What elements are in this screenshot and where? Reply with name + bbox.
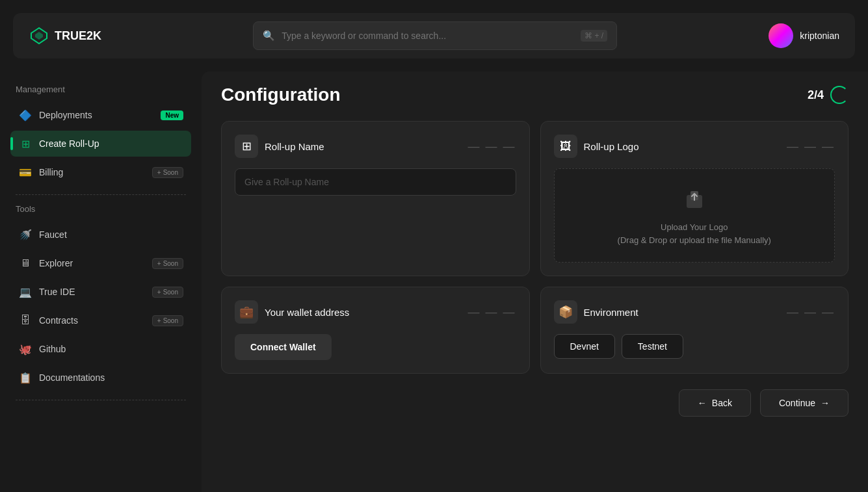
sidebar-item-faucet[interactable]: 🚿 Faucet	[10, 222, 191, 248]
management-section-label: Management	[10, 84, 191, 94]
search-icon: 🔍	[263, 30, 275, 42]
page-title: Configuration	[221, 84, 341, 105]
rollup-name-card-icon: ⊞	[235, 135, 258, 158]
logo-text: TRUE2K	[55, 29, 101, 43]
wallet-card-menu[interactable]: — — —	[467, 305, 516, 319]
upload-sub-text: (Drag & Drop or upload the file Manually…	[618, 234, 771, 247]
faucet-icon: 🚿	[18, 227, 33, 242]
step-circle	[830, 86, 848, 104]
logo: TRUE2K	[29, 25, 101, 46]
card-title-row-wallet: 💼 Your wallet address	[235, 300, 349, 324]
sidebar-label-true-ide: True IDE	[39, 287, 146, 297]
badge-soon-explorer: Soon	[152, 258, 183, 269]
sidebar-label-create-rollup: Create Roll-Up	[39, 138, 183, 149]
sidebar-label-documentations: Documentations	[39, 372, 183, 383]
sidebar-divider-2	[16, 400, 186, 400]
sidebar-item-billing[interactable]: 💳 Billing Soon	[10, 159, 191, 185]
sidebar-label-github: Github	[39, 344, 183, 354]
bottom-actions: ← Back Continue →	[221, 389, 848, 417]
logo-icon	[29, 25, 49, 46]
card-header-rollup-name: ⊞ Roll-up Name — — —	[235, 135, 516, 158]
rollup-logo-card-title: Roll-up Logo	[584, 141, 639, 152]
sidebar-label-contracts: Contracts	[39, 315, 146, 326]
step-text: 2/4	[808, 88, 824, 102]
environment-card-menu[interactable]: — — —	[787, 305, 835, 319]
user-info: kriptonian	[769, 23, 839, 48]
search-shortcut: ⌘ + /	[581, 30, 607, 42]
contracts-icon: 🗄	[18, 313, 33, 328]
sidebar: Management 🔷 Deployments New ⊞ Create Ro…	[0, 71, 202, 492]
continue-arrow-icon: →	[821, 398, 830, 408]
wallet-card-title: Your wallet address	[265, 307, 349, 318]
tools-section-label: Tools	[10, 204, 191, 214]
back-label: Back	[712, 398, 732, 408]
active-indicator	[10, 137, 13, 150]
sidebar-divider-1	[16, 194, 186, 195]
rollup-name-card-menu[interactable]: — — —	[467, 140, 516, 153]
search-bar[interactable]: 🔍 ⌘ + /	[253, 21, 617, 50]
environment-buttons: Devnet Testnet	[554, 334, 835, 359]
sidebar-item-create-rollup[interactable]: ⊞ Create Roll-Up	[10, 131, 191, 157]
search-input[interactable]	[282, 31, 574, 41]
sidebar-label-deployments: Deployments	[39, 110, 154, 120]
sidebar-item-deployments[interactable]: 🔷 Deployments New	[10, 102, 191, 128]
username: kriptonian	[800, 31, 839, 41]
sidebar-label-explorer: Explorer	[39, 258, 146, 268]
badge-soon-true-ide: Soon	[152, 287, 183, 298]
upload-area[interactable]: Upload Your Logo (Drag & Drop or upload …	[554, 168, 835, 263]
connect-wallet-button[interactable]: Connect Wallet	[235, 334, 332, 360]
upload-text: Upload Your Logo (Drag & Drop or upload …	[618, 221, 771, 246]
card-title-row-rollup-name: ⊞ Roll-up Name	[235, 135, 324, 158]
card-rollup-logo: 🖼 Roll-up Logo — — — Upload Your	[540, 121, 849, 276]
cards-grid: ⊞ Roll-up Name — — — 🖼 Roll-up Logo — — …	[221, 121, 848, 374]
card-environment: 📦 Environment — — — Devnet Testnet	[540, 287, 849, 374]
sidebar-item-true-ide[interactable]: 💻 True IDE Soon	[10, 279, 191, 305]
testnet-button[interactable]: Testnet	[622, 334, 683, 359]
docs-icon: 📋	[18, 370, 33, 385]
true-ide-icon: 💻	[18, 285, 33, 299]
sidebar-label-billing: Billing	[39, 167, 146, 177]
badge-new: New	[161, 110, 183, 120]
card-rollup-name: ⊞ Roll-up Name — — —	[221, 121, 530, 276]
sidebar-label-faucet: Faucet	[39, 229, 183, 240]
svg-marker-1	[35, 32, 43, 40]
card-wallet-address: 💼 Your wallet address — — — Connect Wall…	[221, 287, 530, 374]
environment-card-icon: 📦	[554, 300, 577, 324]
card-header-wallet: 💼 Your wallet address — — —	[235, 300, 516, 324]
upload-icon	[679, 185, 710, 216]
github-icon: 🐙	[18, 342, 33, 356]
sidebar-item-documentations[interactable]: 📋 Documentations	[10, 365, 191, 391]
badge-soon-billing: Soon	[152, 167, 183, 178]
back-button[interactable]: ← Back	[679, 389, 751, 417]
step-indicator: 2/4	[808, 86, 848, 104]
sidebar-item-contracts[interactable]: 🗄 Contracts Soon	[10, 307, 191, 333]
rollup-name-input[interactable]	[235, 168, 516, 196]
badge-soon-contracts: Soon	[152, 315, 183, 326]
card-title-row-environment: 📦 Environment	[554, 300, 638, 324]
header: TRUE2K 🔍 ⌘ + / kriptonian	[13, 13, 855, 58]
continue-label: Continue	[779, 398, 815, 408]
upload-main-text: Upload Your Logo	[618, 221, 771, 234]
page-header: Configuration 2/4	[221, 84, 848, 105]
back-arrow-icon: ←	[698, 398, 707, 408]
card-header-rollup-logo: 🖼 Roll-up Logo — — —	[554, 135, 835, 158]
main-content: Configuration 2/4 ⊞ Roll-up Name — — —	[202, 71, 868, 492]
layout: Management 🔷 Deployments New ⊞ Create Ro…	[0, 71, 868, 492]
rollup-name-card-title: Roll-up Name	[265, 141, 324, 152]
deployments-icon: 🔷	[18, 108, 33, 122]
sidebar-item-github[interactable]: 🐙 Github	[10, 336, 191, 362]
billing-icon: 💳	[18, 165, 33, 179]
environment-card-title: Environment	[584, 307, 638, 318]
devnet-button[interactable]: Devnet	[554, 334, 615, 359]
continue-button[interactable]: Continue →	[760, 389, 848, 417]
card-title-row-rollup-logo: 🖼 Roll-up Logo	[554, 135, 639, 158]
rollup-logo-card-menu[interactable]: — — —	[787, 140, 835, 153]
explorer-icon: 🖥	[18, 256, 33, 270]
avatar	[769, 23, 793, 48]
rollup-logo-card-icon: 🖼	[554, 135, 577, 158]
card-header-environment: 📦 Environment — — —	[554, 300, 835, 324]
create-rollup-icon: ⊞	[18, 136, 33, 151]
wallet-card-icon: 💼	[235, 300, 258, 324]
sidebar-item-explorer[interactable]: 🖥 Explorer Soon	[10, 250, 191, 276]
